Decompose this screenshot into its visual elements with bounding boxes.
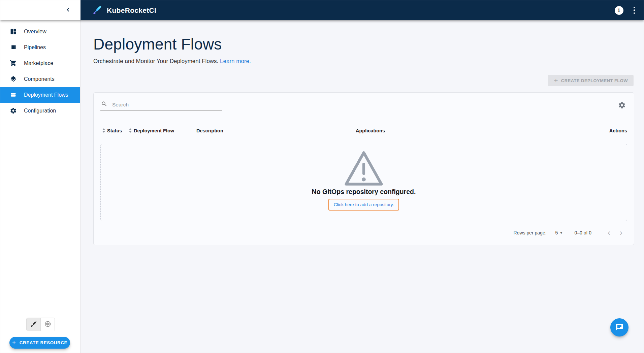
pipelines-icon [9, 43, 17, 52]
brand[interactable]: KubeRocketCI [92, 4, 156, 17]
kebab-menu-icon [634, 7, 635, 8]
sidebar-item-overview[interactable]: Overview [0, 24, 80, 39]
sidebar-item-label: Overview [24, 29, 46, 35]
sidebar-item-components[interactable]: Components [0, 71, 80, 87]
column-header-description: Description [196, 128, 223, 133]
kubernetes-view-toggle[interactable] [41, 318, 55, 331]
pagination: Rows per page: 5 ▾ 0–0 of 0 ‹ › [100, 225, 627, 240]
app-window: KubeRocketCI i Overview [0, 0, 644, 353]
pagination-range: 0–0 of 0 [574, 230, 591, 235]
sidebar-item-pipelines[interactable]: Pipelines [0, 39, 80, 55]
create-resource-label: CREATE RESOURCE [20, 340, 67, 345]
caret-down-icon: ▾ [560, 230, 562, 235]
empty-state: No GitOps repository configured. Click h… [100, 144, 627, 221]
brand-title: KubeRocketCI [107, 6, 156, 14]
quill-icon [30, 320, 37, 329]
rows-per-page-value: 5 [555, 230, 558, 235]
settings-gear-icon [618, 105, 626, 110]
column-header-applications: Applications [356, 128, 385, 133]
sidebar-item-configuration[interactable]: Configuration [0, 103, 80, 119]
sidebar-item-deployment-flows[interactable]: Deployment Flows [0, 87, 80, 103]
cart-icon [9, 59, 17, 67]
info-icon: i [618, 7, 619, 13]
create-resource-button[interactable]: + CREATE RESOURCE [9, 337, 70, 349]
table-header-row: Status Deployment Flow Description Appli… [100, 124, 627, 137]
sidebar-item-marketplace[interactable]: Marketplace [0, 55, 80, 71]
table-settings-button[interactable] [618, 101, 626, 110]
sort-status-button[interactable] [102, 128, 105, 133]
create-deployment-flow-button[interactable]: + CREATE DEPLOYMENT FLOW [548, 75, 634, 86]
kebab-menu-button[interactable] [632, 5, 637, 15]
column-header-actions: Actions [609, 128, 627, 133]
chat-bubble-icon [615, 323, 623, 332]
rows-per-page-label: Rows per page: [514, 230, 547, 235]
search-input[interactable] [112, 102, 213, 108]
add-repository-link[interactable]: Click here to add a repository. [334, 202, 394, 207]
sidebar-item-label: Configuration [24, 108, 56, 114]
search-field [100, 99, 222, 111]
main-content: Deployment Flows Orchestrate and Monitor… [80, 20, 644, 353]
view-toggle-group [26, 318, 55, 331]
empty-state-title: No GitOps repository configured. [312, 188, 416, 196]
sort-deployment-flow-button[interactable] [129, 128, 132, 133]
column-header-deployment-flow: Deployment Flow [134, 128, 174, 133]
sidebar-header [0, 0, 80, 20]
sidebar: Overview Pipelines Marketplace Component… [0, 20, 80, 353]
kubernetes-wheel-icon [44, 321, 51, 328]
rows-per-page-select[interactable]: 5 ▾ [555, 230, 562, 235]
page-subtitle: Orchestrate and Monitor Your Deployment … [93, 58, 634, 65]
quill-logo-icon [92, 4, 103, 17]
sidebar-item-label: Marketplace [24, 60, 53, 66]
sidebar-collapse-button[interactable] [63, 5, 73, 15]
dashboard-icon [9, 28, 17, 36]
chevron-left-icon [65, 7, 71, 14]
sidebar-footer: + CREATE RESOURCE [0, 312, 80, 353]
plus-icon: + [12, 340, 16, 346]
previous-page-button[interactable]: ‹ [603, 229, 615, 237]
chat-fab-button[interactable] [610, 318, 629, 336]
gear-icon [9, 107, 17, 115]
page-title: Deployment Flows [93, 35, 634, 53]
layers-icon [9, 75, 17, 83]
top-bar: KubeRocketCI i [80, 0, 644, 20]
plus-icon: + [554, 77, 558, 84]
add-repository-button[interactable]: Click here to add a repository. [328, 199, 399, 211]
app-header: KubeRocketCI i [0, 0, 644, 20]
next-page-button[interactable]: › [615, 229, 627, 237]
warning-triangle-icon [340, 145, 387, 193]
kuberocketci-view-toggle[interactable] [27, 318, 40, 331]
learn-more-link[interactable]: Learn more. [220, 58, 251, 64]
sidebar-item-label: Pipelines [24, 44, 46, 51]
info-button[interactable]: i [615, 6, 623, 15]
sidebar-nav: Overview Pipelines Marketplace Component… [0, 20, 80, 119]
rows-icon [9, 91, 17, 99]
deployment-flows-card: Status Deployment Flow Description Appli… [93, 92, 634, 245]
search-icon [101, 101, 107, 108]
sidebar-item-label: Deployment Flows [24, 92, 68, 98]
column-header-status: Status [107, 128, 122, 133]
create-deployment-flow-label: CREATE DEPLOYMENT FLOW [561, 78, 628, 83]
sidebar-item-label: Components [24, 76, 55, 82]
